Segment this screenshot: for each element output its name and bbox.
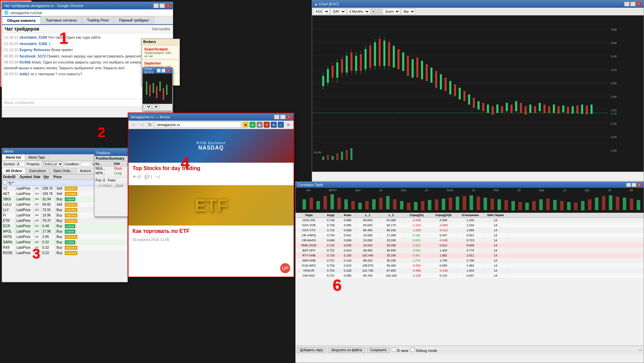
corr-row[interactable]: OXX-VOE 0.728 0.055 93.620 92.170 -1.101…	[296, 223, 644, 228]
load-from-file-button[interactable]: Загрузить из файла	[328, 347, 365, 353]
svg-rect-155	[609, 195, 612, 210]
svg-rect-126	[407, 203, 410, 210]
minimize-button[interactable]: _	[624, 2, 630, 6]
symbol-filter-input[interactable]	[17, 162, 25, 166]
scroll-to-top-button[interactable]: UP	[280, 263, 290, 273]
corr-row[interactable]: RTY-XHB 0.720 0.193 102.440 35.190 0.461…	[296, 253, 644, 258]
svg-rect-52	[416, 57, 418, 78]
maximize-button[interactable]: □	[161, 69, 165, 73]
extension-icon-5[interactable]: □	[278, 122, 284, 128]
maximize-button[interactable]: □	[159, 3, 165, 8]
subtab-executions[interactable]: Executions	[26, 168, 49, 174]
corr-row[interactable]: RMK-ZION 0.722 0.020 24.020 28.290 2.424…	[296, 243, 644, 248]
alert-row[interactable]: SNTA LastPrice <= 2.85 Buy Inactive	[2, 234, 127, 240]
label-3: 3	[32, 246, 40, 262]
range-select[interactable]: 6 Months	[347, 8, 370, 14]
in-window-checkbox[interactable]	[392, 348, 396, 352]
url-input[interactable]	[155, 122, 241, 128]
alert-row[interactable]: ETR LastPrice >= 79.37 Buy Inactive	[2, 218, 127, 224]
svg-rect-127	[414, 202, 417, 210]
extension-icon-3[interactable]: ✕	[264, 122, 270, 128]
extension-icon-4[interactable]: ⊕	[271, 122, 277, 128]
minimize-button[interactable]: _	[157, 69, 161, 73]
minimize-button[interactable]: _	[153, 3, 159, 8]
corr-row[interactable]: OXX-VIG 0.726 0.085 93.620 81.080 -0.338…	[296, 218, 644, 223]
condition-filter-input[interactable]	[81, 162, 91, 166]
svg-rect-49	[402, 52, 404, 71]
extension-icon-1[interactable]: ●	[250, 122, 256, 128]
maximize-button[interactable]: □	[280, 115, 286, 119]
svg-rect-48	[397, 49, 400, 69]
settings-link[interactable]: Настройки	[152, 27, 170, 31]
corr-row[interactable]: BST-VFH 0.722 0.010 38.400 49.550 0.094 …	[296, 248, 644, 253]
restore-button[interactable]: □	[630, 2, 636, 6]
maximize-button[interactable]: □	[632, 183, 636, 187]
order-checkbox[interactable]	[3, 180, 7, 185]
article-1-hero: NYSE Euronext NASDAQ	[128, 129, 294, 163]
alert-row[interactable]: APOL LastPrice >= 17.96 Buy Active	[2, 229, 127, 234]
scrollbar[interactable]	[638, 350, 642, 351]
corr-row[interactable]: OXX-VTV 0.714 0.058 85.490 85.240 -1.033…	[296, 228, 644, 233]
svg-rect-72	[510, 105, 513, 113]
property-filter-select[interactable]: OrderList	[42, 162, 63, 167]
debug-mode-checkbox[interactable]	[411, 348, 415, 352]
svg-rect-73	[515, 101, 517, 111]
alert-row[interactable]: RXII LastPrice >= 0.32 Buy Inactive	[2, 245, 127, 250]
corr-row[interactable]: VUG-WFC 0.704 0.010 108.870 55.460 -0.05…	[296, 263, 644, 268]
add-pair-button[interactable]: Добавить пару	[297, 347, 326, 353]
svg-rect-96	[346, 150, 348, 160]
corr-row[interactable]: CNI-NSC 0.721 0.085 65.750 103.180 -0.23…	[296, 273, 644, 278]
tab-floor[interactable]: Trading Floor	[82, 16, 114, 24]
corr-row[interactable]: CB-UMPQ 0.734 0.041 15.930 17.290 0.192 …	[296, 233, 644, 238]
tab-pair[interactable]: Парный трейдинг	[114, 16, 154, 24]
main-chart-title: ▲ Chart [KGC]	[314, 2, 339, 6]
svg-rect-64	[473, 98, 475, 108]
label-2: 2	[98, 124, 105, 140]
close-button[interactable]: ✕	[286, 115, 292, 119]
forward-button[interactable]: →	[139, 122, 145, 127]
alert-row[interactable]: RGSE LastPrice >= 0.22 Buy Inactive	[2, 250, 127, 256]
chat-header: Чат трейдеров Настройки	[2, 25, 173, 33]
reload-button[interactable]: ↻	[147, 122, 153, 127]
minimize-button[interactable]: _	[274, 115, 279, 119]
back-button[interactable]: ←	[130, 122, 137, 127]
minimize-button[interactable]: _	[626, 183, 631, 187]
close-button[interactable]: ✕	[165, 3, 171, 8]
svg-rect-53	[421, 61, 423, 79]
type-select[interactable]: Bar	[401, 8, 415, 14]
zoom-out-button[interactable]: -	[377, 8, 382, 14]
zoom-select[interactable]: Zoom	[383, 8, 400, 14]
tab-signals[interactable]: Торговые сигналы	[41, 16, 82, 24]
broker-item[interactable]: SuperScalper Предупредить Зай... на час	[142, 46, 179, 59]
symbol-select[interactable]: KGC	[313, 8, 330, 14]
corr-row[interactable]: IWH-XHB 0.721 0.116 96.420 35.190 1.278 …	[296, 258, 644, 263]
alert-row[interactable]: SARA LastPrice >= 0.32 Buy Active	[2, 240, 127, 245]
svg-rect-54	[426, 64, 428, 81]
subtab-all-orders[interactable]: All Orders	[2, 168, 26, 174]
close-button[interactable]: ✕	[636, 2, 642, 6]
subtab-actions[interactable]: Actions	[76, 168, 95, 174]
svg-text:1.80: 1.80	[611, 149, 617, 152]
corr-row[interactable]: CB-WAFD 0.698 0.008 15.030 22.030 0.015 …	[296, 238, 644, 243]
tab-alerts-list[interactable]: Alerts list	[2, 154, 25, 161]
menu-button[interactable]: ≡	[285, 122, 292, 127]
close-button[interactable]: ✕	[637, 183, 642, 187]
url-bar[interactable]: 🌐 utmagazine.ru/chat	[2, 9, 173, 16]
subtab-open-orders[interactable]: Open Orde...	[49, 168, 76, 174]
extension-icon-2[interactable]: ◆	[257, 122, 263, 128]
zoom-in-button[interactable]: +	[371, 8, 376, 14]
alerts-title: Alerts	[4, 149, 13, 153]
bookmark-icon[interactable]: ★	[242, 122, 249, 128]
browser-title: utmagazine.ru — Антон	[130, 115, 170, 119]
correlation-table-window: Correlation Table _ □ ✕ me BEST Nov 14 D…	[295, 182, 644, 363]
chart-symbol-select[interactable]: KGC	[143, 105, 152, 109]
save-button[interactable]: Сохранить	[367, 347, 390, 353]
chart-period-select[interactable]: Ho	[152, 105, 159, 109]
tab-general[interactable]: Общая комната	[2, 16, 41, 24]
corr-row[interactable]: HON-IR 0.703 0.228 101.740 67.650 -0.996…	[296, 268, 644, 273]
period-select[interactable]: DAY	[331, 8, 346, 14]
tab-alerts-tape[interactable]: Alerts Tape	[25, 154, 49, 161]
main-chart-svg: 3.80 3.60 3.40 3.20 3.00 2.80 2.60 2.40 …	[312, 15, 628, 172]
close-button[interactable]: ✕	[166, 69, 170, 73]
alert-row[interactable]: ECR LastPrice >= 6.48 Buy Active	[2, 224, 127, 229]
